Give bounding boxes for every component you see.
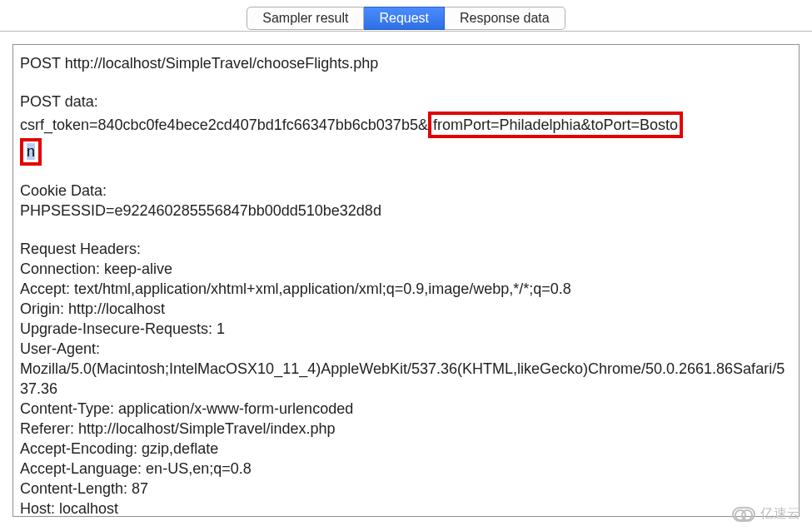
highlight-wrap-char: n xyxy=(20,138,42,166)
header-referer: Referer: http://localhost/SimpleTravel/i… xyxy=(20,420,336,437)
post-data-label: POST data: xyxy=(20,93,98,110)
header-origin: Origin: http://localhost xyxy=(20,300,165,317)
header-accept-encoding: Accept-Encoding: gzip,deflate xyxy=(20,440,218,457)
tab-response-data[interactable]: Response data xyxy=(445,7,565,30)
header-accept: Accept: text/html,application/xhtml+xml,… xyxy=(20,280,571,297)
header-user-agent-label: User-Agent: xyxy=(20,340,100,357)
header-content-length: Content-Length: 87 xyxy=(20,480,148,497)
post-data-csrf: csrf_token=840cbc0fe4bece2cd407bd1fc6634… xyxy=(20,117,428,133)
post-data-params-line1: fromPort=Philadelphia&toPort=Bosto xyxy=(433,117,678,133)
request-text-panel[interactable]: POST http://localhost/SimpleTravel/choos… xyxy=(12,44,800,517)
request-headers-label: Request Headers: xyxy=(20,241,141,257)
cookie-phpsessid: PHPSESSID=e922460285556847bb00dd510be32d… xyxy=(20,202,381,219)
tab-request[interactable]: Request xyxy=(364,7,445,30)
watermark-icon xyxy=(732,507,755,522)
tab-sampler-result[interactable]: Sampler result xyxy=(247,7,364,30)
highlight-from-to-port: fromPort=Philadelphia&toPort=Bosto xyxy=(428,112,683,138)
watermark: 亿速云 xyxy=(732,505,800,523)
header-host: Host: localhost xyxy=(20,500,118,517)
header-connection: Connection: keep-alive xyxy=(20,261,172,277)
header-user-agent-value: Mozilla/5.0(Macintosh;IntelMacOSX10_11_4… xyxy=(20,360,785,397)
selected-text: n xyxy=(27,143,35,160)
header-upgrade-insecure: Upgrade-Insecure-Requests: 1 xyxy=(20,320,225,337)
cookie-data-label: Cookie Data: xyxy=(20,182,107,199)
tab-bar: Sampler result Request Response data xyxy=(0,0,812,32)
request-first-line: POST http://localhost/SimpleTravel/choos… xyxy=(20,55,378,72)
header-accept-language: Accept-Language: en-US,en;q=0.8 xyxy=(20,460,252,477)
header-content-type: Content-Type: application/x-www-form-url… xyxy=(20,400,353,417)
watermark-text: 亿速云 xyxy=(760,505,800,523)
